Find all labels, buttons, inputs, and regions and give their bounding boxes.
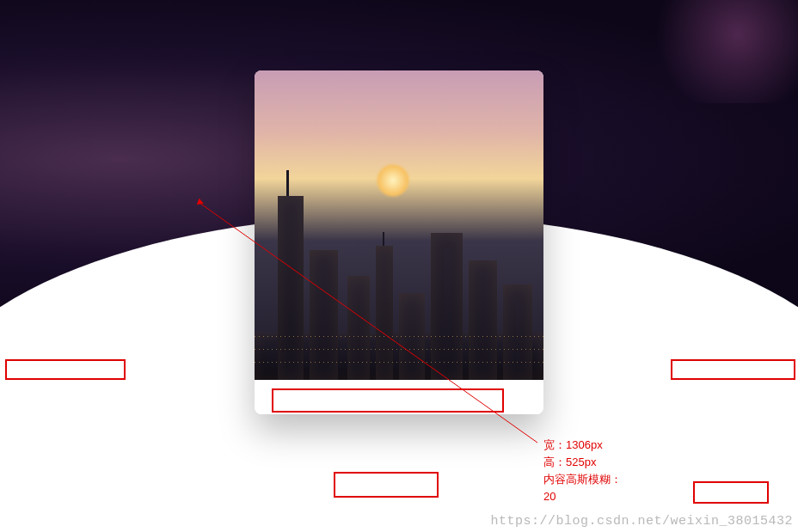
annotation-blur-label: 内容高斯模糊： bbox=[543, 473, 622, 486]
annotation-width-value: 1306px bbox=[566, 438, 603, 451]
annotation-width-label: 宽： bbox=[543, 438, 566, 451]
annotation-height-value: 525px bbox=[566, 456, 596, 468]
annotation-box bbox=[693, 481, 769, 504]
annotation-height-label: 高： bbox=[543, 456, 566, 468]
watermark-text: https://blog.csdn.net/weixin_38015432 bbox=[490, 514, 793, 529]
annotation-box bbox=[334, 472, 439, 498]
annotation-box bbox=[5, 359, 126, 380]
annotation-box bbox=[272, 388, 504, 413]
annotation-text: 宽：1306px 高：525px 内容高斯模糊： 20 bbox=[543, 437, 622, 506]
annotation-box bbox=[671, 359, 795, 380]
card-image bbox=[255, 70, 543, 380]
carousel-card-center[interactable] bbox=[255, 70, 543, 414]
annotation-blur-value: 20 bbox=[543, 490, 556, 503]
